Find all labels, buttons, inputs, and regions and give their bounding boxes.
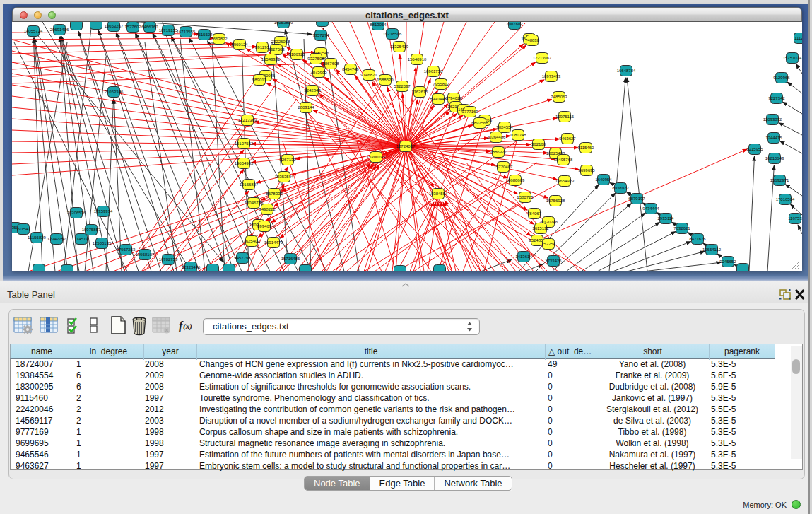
svg-text:1162615: 1162615 — [412, 90, 429, 94]
svg-text:19756928: 19756928 — [546, 199, 565, 203]
svg-text:11156829: 11156829 — [28, 235, 46, 240]
svg-text:17957253: 17957253 — [117, 247, 136, 252]
svg-text:12213967: 12213967 — [533, 56, 552, 60]
svg-text:18724007: 18724007 — [396, 144, 416, 148]
svg-text:9115460: 9115460 — [578, 146, 595, 150]
svg-text:9227342: 9227342 — [768, 96, 785, 100]
svg-text:12342757: 12342757 — [47, 237, 66, 241]
svg-text:1413614: 1413614 — [515, 255, 532, 259]
svg-text:1588520: 1588520 — [377, 78, 394, 82]
svg-text:1733426: 1733426 — [545, 259, 562, 263]
svg-text:9146821: 9146821 — [360, 73, 377, 77]
svg-text:116753: 116753 — [788, 216, 802, 221]
svg-text:6897568: 6897568 — [471, 121, 488, 125]
svg-text:16543382: 16543382 — [261, 57, 281, 62]
svg-text:8960124: 8960124 — [231, 42, 248, 47]
svg-text:18495768: 18495768 — [554, 158, 573, 162]
svg-text:20206536: 20206536 — [67, 211, 86, 215]
svg-text:748838: 748838 — [525, 38, 540, 42]
svg-text:8215955: 8215955 — [746, 147, 763, 151]
svg-text:23226058: 23226058 — [271, 40, 290, 44]
svg-text:1580725: 1580725 — [517, 195, 534, 199]
svg-text:16210643: 16210643 — [765, 156, 784, 160]
svg-text:114519: 114519 — [74, 237, 88, 241]
svg-text:8471676: 8471676 — [689, 237, 706, 241]
svg-text:12093872: 12093872 — [763, 117, 782, 122]
svg-text:10688609: 10688609 — [506, 178, 525, 182]
svg-text:1527602: 1527602 — [124, 25, 141, 29]
svg-text:16914479: 16914479 — [264, 240, 283, 245]
svg-text:784067: 784067 — [527, 211, 542, 216]
svg-text:14055724: 14055724 — [24, 29, 43, 33]
svg-text:1640954: 1640954 — [595, 177, 612, 182]
svg-text:9242848: 9242848 — [304, 88, 321, 93]
svg-text:9474444: 9474444 — [642, 206, 659, 211]
svg-text:7485063: 7485063 — [551, 95, 567, 99]
svg-text:19654923: 19654923 — [555, 179, 575, 183]
svg-text:15640910: 15640910 — [408, 57, 427, 62]
svg-text:2087682: 2087682 — [506, 22, 523, 26]
svg-text:7955812: 7955812 — [433, 82, 449, 86]
svg-text:20691406: 20691406 — [50, 28, 69, 32]
svg-text:16713555: 16713555 — [177, 30, 196, 34]
svg-text:15716485: 15716485 — [281, 257, 300, 261]
svg-text:6794028: 6794028 — [445, 96, 462, 100]
svg-text:17016504: 17016504 — [776, 197, 795, 201]
svg-text:7357274: 7357274 — [312, 33, 329, 37]
svg-text:9457791: 9457791 — [234, 256, 251, 260]
svg-text:9777169: 9777169 — [461, 110, 478, 114]
svg-text:15720407: 15720407 — [494, 165, 513, 169]
svg-text:21053346: 21053346 — [105, 90, 124, 94]
svg-text:9327503: 9327503 — [268, 47, 285, 52]
svg-text:16053809: 16053809 — [274, 22, 293, 25]
svg-text:1244415: 1244415 — [765, 136, 782, 140]
svg-text:11325419: 11325419 — [390, 45, 409, 49]
svg-text:9245652: 9245652 — [719, 259, 736, 264]
svg-text:3875685: 3875685 — [310, 70, 327, 74]
svg-text:9129966: 9129966 — [773, 76, 790, 80]
svg-text:11124: 11124 — [794, 36, 802, 40]
svg-text:16782759: 16782759 — [159, 257, 178, 262]
svg-text:10653267: 10653267 — [105, 24, 124, 28]
svg-text:10975857: 10975857 — [82, 228, 101, 232]
svg-text:1615132: 1615132 — [532, 226, 549, 230]
svg-text:8678334: 8678334 — [266, 192, 283, 196]
svg-text:252254: 252254 — [541, 242, 556, 246]
svg-text:19654985: 19654985 — [235, 161, 254, 165]
svg-text:15751074: 15751074 — [783, 56, 802, 60]
svg-text:362160: 362160 — [531, 142, 546, 146]
svg-text:3024554: 3024554 — [496, 125, 513, 129]
svg-text:17359934: 17359934 — [94, 209, 113, 214]
svg-text:10973493: 10973493 — [542, 74, 561, 78]
svg-text:7886322: 7886322 — [490, 150, 507, 154]
svg-text:8186328: 8186328 — [288, 52, 305, 57]
svg-text:16961758: 16961758 — [424, 69, 443, 74]
svg-text:7632621: 7632621 — [673, 226, 690, 230]
svg-text:391547: 391547 — [16, 227, 31, 231]
svg-text:3498222: 3498222 — [259, 207, 276, 211]
svg-text:2867608: 2867608 — [322, 62, 339, 66]
svg-text:12353594: 12353594 — [275, 175, 294, 179]
svg-text:3267130: 3267130 — [279, 158, 296, 162]
svg-text:099469: 099469 — [257, 224, 272, 228]
svg-text:15692971: 15692971 — [770, 178, 789, 182]
svg-text:10654112: 10654112 — [702, 247, 722, 252]
svg-text:12975115: 12975115 — [555, 115, 575, 119]
svg-text:7625402: 7625402 — [243, 239, 260, 243]
svg-text:10719155: 10719155 — [159, 28, 178, 33]
svg-text:8454749: 8454749 — [342, 67, 359, 71]
svg-text:12323446: 12323446 — [182, 265, 201, 269]
svg-text:12505135: 12505135 — [93, 241, 112, 245]
svg-text:19384554: 19384554 — [429, 192, 448, 196]
svg-text:1080748: 1080748 — [510, 133, 526, 137]
svg-text:15300243: 15300243 — [367, 155, 386, 159]
svg-text:19166827: 19166827 — [240, 182, 259, 187]
svg-text:9699695: 9699695 — [578, 168, 595, 173]
svg-text:989013: 989013 — [252, 78, 267, 82]
svg-text:16107552: 16107552 — [235, 141, 254, 146]
svg-text:10958107: 10958107 — [136, 252, 155, 257]
svg-text:8990448: 8990448 — [430, 97, 447, 101]
svg-text:7663822: 7663822 — [211, 37, 228, 41]
svg-text:8813054: 8813054 — [370, 23, 387, 27]
svg-text:(x): (x) — [183, 322, 192, 331]
